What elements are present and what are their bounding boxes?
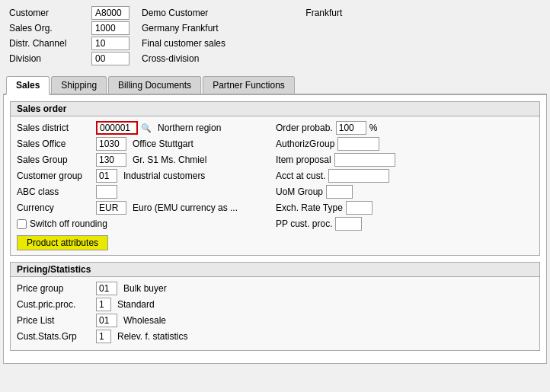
customer-city: Frankfurt xyxy=(305,8,342,18)
price-group-label: Price group xyxy=(17,283,93,294)
sales-org-desc: Germany Frankfurt xyxy=(142,23,219,33)
tab-partner-functions[interactable]: Partner Functions xyxy=(203,76,295,94)
customer-group-input[interactable] xyxy=(96,169,117,183)
acct-at-cust-label: Acct at cust. xyxy=(276,171,325,181)
sales-district-input[interactable] xyxy=(96,121,138,135)
price-group-input[interactable] xyxy=(96,282,117,295)
price-list-input[interactable] xyxy=(96,314,117,327)
order-probab-unit: % xyxy=(369,123,378,133)
switch-off-label: Switch off rounding xyxy=(30,218,107,229)
tab-shipping[interactable]: Shipping xyxy=(51,76,107,94)
tab-content: Sales order Sales district 🔍 Northern re… xyxy=(3,95,547,364)
division-value: 00 xyxy=(91,52,130,65)
division-label: Division xyxy=(9,53,85,64)
exch-rate-input[interactable] xyxy=(346,201,373,215)
pricing-title: Pricing/Statistics xyxy=(11,263,539,277)
cust-pric-label: Cust.pric.proc. xyxy=(17,299,93,310)
cust-stats-input[interactable] xyxy=(96,330,111,343)
sales-org-label: Sales Org. xyxy=(9,23,85,33)
division-desc: Cross-division xyxy=(142,53,199,64)
customer-label: Customer xyxy=(9,8,85,18)
distr-channel-value: 10 xyxy=(91,37,130,50)
pricing-section: Pricing/Statistics Price group Bulk buye… xyxy=(10,262,540,351)
product-attributes-button[interactable]: Product attributes xyxy=(17,235,108,250)
customer-value: A8000 xyxy=(91,6,130,20)
sales-district-desc: Northern region xyxy=(158,123,221,133)
price-list-label: Price List xyxy=(17,315,93,326)
abc-class-label: ABC class xyxy=(17,186,93,197)
item-proposal-input[interactable] xyxy=(334,153,395,167)
distr-channel-label: Distr. Channel xyxy=(9,38,85,49)
cust-stats-desc: Relev. f. statistics xyxy=(117,331,187,342)
uom-group-input[interactable] xyxy=(326,185,353,199)
sales-order-title: Sales order xyxy=(11,102,539,116)
sales-order-content: Sales district 🔍 Northern region Order p… xyxy=(11,116,539,255)
exch-rate-label: Exch. Rate Type xyxy=(276,202,343,213)
order-probab-input[interactable] xyxy=(336,121,366,135)
uom-group-label: UoM Group xyxy=(276,186,323,197)
pp-cust-label: PP cust. proc. xyxy=(276,218,332,229)
abc-class-input[interactable] xyxy=(96,185,117,199)
order-probab-label: Order probab. xyxy=(276,123,333,133)
currency-label: Currency xyxy=(17,202,93,213)
tabs-bar: Sales Shipping Billing Documents Partner… xyxy=(3,76,547,95)
authoriz-group-input[interactable] xyxy=(337,137,379,151)
switch-off-rounding-checkbox[interactable] xyxy=(17,219,27,229)
sales-district-label: Sales district xyxy=(17,123,93,133)
sales-group-desc: Gr. S1 Ms. Chmiel xyxy=(133,155,206,165)
sales-group-input[interactable] xyxy=(96,153,126,167)
sales-org-value: 1000 xyxy=(91,21,130,35)
currency-desc: Euro (EMU currency as ... xyxy=(133,202,238,213)
authoriz-group-label: AuthorizGroup xyxy=(276,139,334,149)
search-icon[interactable]: 🔍 xyxy=(141,123,152,133)
customer-group-desc: Industrial customers xyxy=(123,171,205,181)
sales-group-label: Sales Group xyxy=(17,155,93,165)
sales-office-desc: Office Stuttgart xyxy=(133,139,193,149)
tab-billing-documents[interactable]: Billing Documents xyxy=(108,76,201,94)
price-list-desc: Wholesale xyxy=(123,315,166,326)
cust-stats-label: Cust.Stats.Grp xyxy=(17,331,93,342)
main-container: Customer A8000 Demo Customer Frankfurt S… xyxy=(0,0,550,392)
acct-at-cust-input[interactable] xyxy=(328,169,389,183)
sales-office-label: Sales Office xyxy=(17,139,93,149)
cust-pric-desc: Standard xyxy=(117,299,155,310)
distr-channel-desc: Final customer sales xyxy=(142,38,225,49)
pricing-content: Price group Bulk buyer Cust.pric.proc. S… xyxy=(11,277,539,350)
cust-pric-input[interactable] xyxy=(96,298,111,311)
header-section: Customer A8000 Demo Customer Frankfurt S… xyxy=(3,3,547,70)
price-group-desc: Bulk buyer xyxy=(123,283,167,294)
pp-cust-input[interactable] xyxy=(335,217,362,231)
item-proposal-label: Item proposal xyxy=(276,155,331,165)
tab-sales[interactable]: Sales xyxy=(6,76,50,95)
customer-name: Demo Customer xyxy=(142,8,208,18)
sales-order-section: Sales order Sales district 🔍 Northern re… xyxy=(10,101,540,256)
sales-office-input[interactable] xyxy=(96,137,126,151)
customer-group-label: Customer group xyxy=(17,171,93,181)
currency-input[interactable] xyxy=(96,201,126,215)
